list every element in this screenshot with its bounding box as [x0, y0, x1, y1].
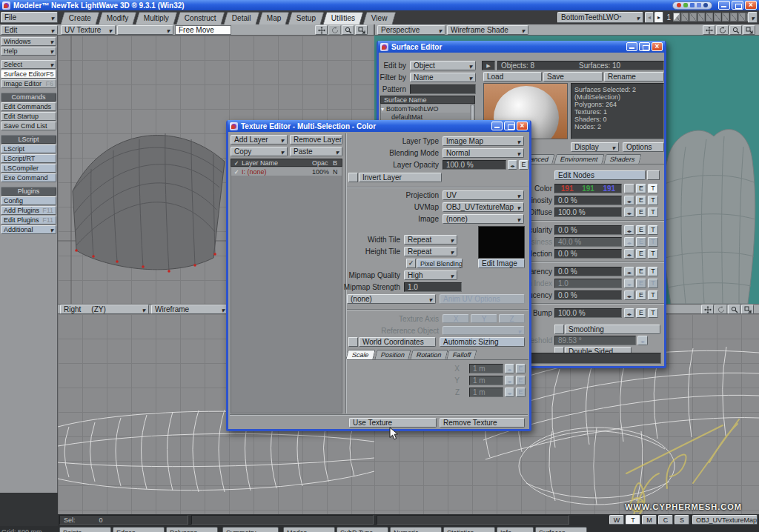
surface-editor-titlebar[interactable]: Surface Editor: [378, 41, 665, 53]
layer-select-dropdown[interactable]: (none): [347, 294, 436, 304]
pixel-blending-checkbox[interactable]: [406, 259, 416, 268]
layer-cell-3[interactable]: [689, 13, 697, 21]
layer-cell-7[interactable]: [722, 13, 729, 21]
expand-triangle-icon[interactable]: [381, 105, 384, 113]
layer-cell-9[interactable]: [738, 13, 746, 21]
close-icon[interactable]: [652, 42, 663, 51]
layer-cell-4[interactable]: [697, 13, 705, 21]
pattern-input[interactable]: [410, 84, 476, 94]
save-button[interactable]: Save: [543, 72, 603, 82]
step-buttons[interactable]: [624, 225, 634, 235]
numeric-button[interactable]: Numeric: [390, 527, 442, 532]
mipmap-strength-field[interactable]: 1.0: [404, 282, 462, 292]
sidebar-item-add-plugins[interactable]: Add PluginsF11: [1, 206, 56, 215]
sidebar-item-lscript-rt[interactable]: LScript/RT: [1, 154, 56, 163]
color-texture-button[interactable]: T: [648, 184, 658, 193]
tab-position[interactable]: Position: [374, 350, 411, 359]
copy-dropdown[interactable]: Copy: [231, 147, 288, 156]
minimize-icon[interactable]: [626, 42, 637, 51]
region-tool-icon[interactable]: [697, 3, 701, 7]
maximize-viewport-icon[interactable]: [355, 25, 368, 35]
uv-map-dropdown[interactable]: [117, 25, 173, 35]
luminosity-field[interactable]: 0.0 %: [554, 196, 622, 205]
modes-button[interactable]: Modes: [283, 527, 335, 532]
tab-detail[interactable]: Detail: [224, 12, 259, 24]
sidebar-item-additional[interactable]: Additional: [1, 225, 56, 234]
subd-type-button[interactable]: SubD Type: [337, 527, 388, 532]
bump-texture-button[interactable]: T: [648, 308, 658, 318]
transparency-texture-button[interactable]: T: [648, 267, 658, 276]
symmetry-button[interactable]: Symmetry: [222, 527, 279, 532]
diffuse-field[interactable]: 100.0 %: [554, 207, 622, 217]
zoom-view-icon[interactable]: [728, 305, 740, 314]
app-titlebar[interactable]: Modeler™ NewTek LightWave 3D ® 9.3.1 (Wi…: [0, 0, 759, 10]
right-view-dropdown[interactable]: Right (ZY): [60, 305, 149, 314]
tab-view[interactable]: View: [362, 12, 395, 24]
luminosity-texture-button[interactable]: T: [648, 196, 658, 205]
rotate-view-icon[interactable]: [328, 25, 341, 35]
diffuse-envelope-button[interactable]: E: [636, 207, 646, 217]
uvmap-dropdown[interactable]: OBJ_UVTextureMap: [443, 202, 524, 212]
specularity-texture-button[interactable]: T: [648, 225, 658, 235]
sidebar-item-select[interactable]: Select: [1, 60, 56, 69]
translucency-texture-button[interactable]: T: [648, 290, 658, 300]
pan-view-icon[interactable]: [315, 25, 328, 35]
zoom-view-icon[interactable]: [729, 25, 742, 35]
maximize-icon[interactable]: [504, 122, 515, 130]
translucency-field[interactable]: 0.0 %: [554, 290, 622, 300]
transparency-field[interactable]: 0.0 %: [554, 267, 622, 276]
tab-construct[interactable]: Construct: [176, 12, 225, 24]
sidebar-item-windows[interactable]: Windows: [1, 37, 56, 46]
minimize-icon[interactable]: [491, 122, 503, 130]
texture-editor-window[interactable]: Texture Editor - Multi-Selection - Color…: [226, 120, 531, 431]
smoothing-checkbox[interactable]: [554, 325, 564, 334]
close-icon[interactable]: [517, 122, 528, 130]
pixel-blending-button[interactable]: Pixel Blending: [417, 259, 463, 268]
surface-list-header[interactable]: Surface Name: [380, 96, 475, 104]
sidebar-item-edit-plugins[interactable]: Edit PluginsF11: [1, 216, 56, 225]
sidebar-item-image-editor[interactable]: Image EditorF6: [1, 79, 56, 88]
smoothing-button[interactable]: Smoothing: [565, 325, 660, 334]
add-layer-dropdown[interactable]: Add Layer: [231, 135, 288, 144]
display-dropdown[interactable]: Display: [571, 142, 619, 152]
uv-texture-dropdown[interactable]: UV Texture: [61, 25, 116, 35]
shade-mode-dropdown[interactable]: Wireframe Shade: [447, 25, 528, 35]
options-button[interactable]: Options: [623, 142, 664, 152]
tab-rotation[interactable]: Rotation: [410, 350, 448, 359]
rotate-view-icon[interactable]: [715, 305, 727, 314]
texture-editor-titlebar[interactable]: Texture Editor - Multi-Selection - Color: [228, 120, 530, 132]
sidebar-item-surface-editor[interactable]: Surface EditorF5: [1, 70, 56, 79]
maximize-viewport-icon[interactable]: [743, 25, 755, 35]
remove-texture-button[interactable]: Remove Texture: [440, 418, 525, 428]
sidebar-item-exe-command[interactable]: Exe Command: [1, 173, 56, 182]
tab-multiply[interactable]: Multiply: [136, 12, 178, 24]
projection-dropdown[interactable]: UV: [443, 190, 524, 200]
blending-mode-dropdown[interactable]: Normal: [443, 148, 524, 158]
load-button[interactable]: Load: [483, 72, 542, 82]
layer-cell-8[interactable]: [730, 13, 738, 21]
mode-button-m[interactable]: M: [642, 515, 657, 525]
tab-modify[interactable]: Modify: [99, 12, 137, 24]
object-selector-dropdown[interactable]: BottomTeethLWO*: [557, 12, 643, 23]
layer-bank-dropdown[interactable]: [748, 12, 758, 23]
automatic-sizing-button[interactable]: Automatic Sizing: [440, 337, 525, 347]
vertex-map-selector[interactable]: OBJ_UVTextureMap: [692, 515, 758, 525]
surfaces-button[interactable]: Surfaces: [535, 527, 587, 532]
maximize-viewport-icon[interactable]: [741, 305, 754, 314]
record-icon[interactable]: [677, 3, 681, 7]
rename-button[interactable]: Rename: [604, 72, 664, 82]
sidebar-item-config[interactable]: Config: [1, 196, 56, 205]
step-buttons[interactable]: [624, 267, 634, 276]
tab-environment[interactable]: Environment: [554, 154, 604, 164]
sidebar-item-edit-startup[interactable]: Edit Startup: [1, 112, 56, 121]
sidebar-item-save-cmd-list[interactable]: Save Cmd List: [1, 122, 56, 130]
bump-field[interactable]: 100.0 %: [554, 308, 622, 318]
tab-setup[interactable]: Setup: [288, 12, 325, 24]
capture-icon[interactable]: [683, 3, 688, 7]
step-buttons[interactable]: [508, 160, 517, 170]
edit-image-button[interactable]: Edit Image: [478, 259, 525, 268]
use-nodes-checkbox[interactable]: [647, 170, 660, 180]
zoom-view-icon[interactable]: [342, 25, 354, 35]
bump-envelope-button[interactable]: E: [636, 308, 646, 318]
polygons-mode-button[interactable]: Polygons: [166, 527, 218, 532]
